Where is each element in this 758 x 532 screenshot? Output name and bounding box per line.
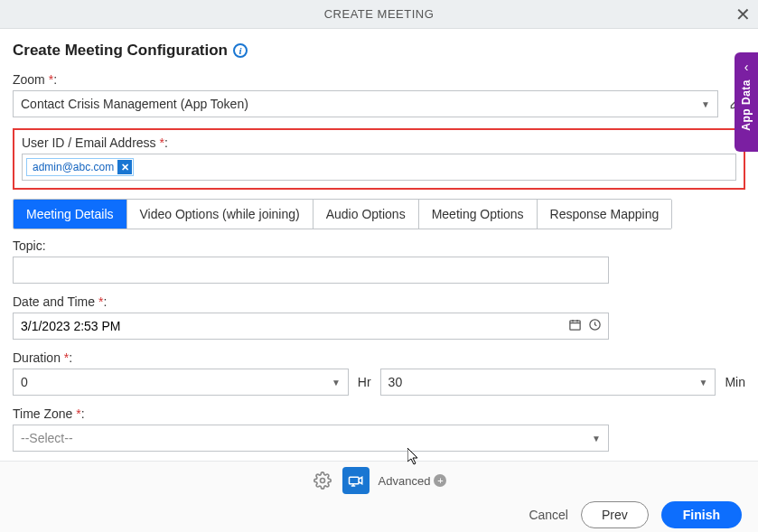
email-chip-text: admin@abc.com [33,161,114,173]
chevron-down-icon: ▼ [699,378,708,387]
zoom-label: Zoom *: [13,72,745,87]
remove-chip-button[interactable]: ✕ [117,160,132,174]
datetime-label: Date and Time *: [13,294,745,309]
clock-icon[interactable] [588,318,602,334]
zoom-field: Zoom *: Contact Crisis Management (App T… [13,72,745,117]
info-icon[interactable]: i [233,43,248,58]
user-email-input[interactable]: admin@abc.com ✕ [22,154,736,181]
modal-header: CREATE MEETING ✕ [0,0,758,29]
topic-field: Topic: [13,238,745,284]
plus-icon: + [434,474,446,487]
timezone-value: --Select-- [21,431,73,445]
footer: Advanced + Cancel Prev Finish [0,461,758,532]
tab-video-options[interactable]: Video Options (while joining) [127,200,313,229]
close-icon: ✕ [735,5,751,24]
close-button[interactable]: ✕ [735,5,751,23]
topic-input[interactable] [13,257,609,284]
modal-title: CREATE MEETING [324,7,435,21]
chevron-down-icon: ▼ [592,434,601,443]
duration-field: Duration *: 0 ▼ Hr 30 ▼ Min [13,350,745,396]
chevron-left-icon: ‹ [744,60,749,74]
section-title: Create Meeting Configuration i [13,42,745,60]
camera-icon [348,472,364,489]
app-data-label: App Data [740,79,753,131]
advanced-toggle[interactable]: Advanced + [379,474,447,488]
finish-button[interactable]: Finish [661,501,742,528]
timezone-select[interactable]: --Select-- ▼ [13,425,609,452]
minutes-unit: Min [725,375,745,389]
user-email-label: User ID / Email Address *: [22,135,736,150]
prev-button[interactable]: Prev [581,501,649,528]
hours-unit: Hr [358,375,371,389]
app-data-panel-toggle[interactable]: ‹ App Data [735,52,758,152]
zoom-select[interactable]: Contact Crisis Management (App Token) ▼ [13,90,718,117]
chevron-down-icon: ▼ [332,378,341,387]
email-chip: admin@abc.com ✕ [26,158,134,176]
cancel-button[interactable]: Cancel [529,508,568,522]
duration-minutes-value: 30 [388,375,403,389]
zoom-select-value: Contact Crisis Management (App Token) [21,97,248,111]
gear-icon [313,471,332,490]
svg-point-2 [320,479,324,483]
tab-meeting-details[interactable]: Meeting Details [14,200,127,229]
duration-label: Duration *: [13,350,745,365]
footer-toolbar: Advanced + [0,462,758,494]
duration-minutes-select[interactable]: 30 ▼ [380,369,716,396]
tab-bar: Meeting Details Video Options (while joi… [13,199,672,229]
settings-button[interactable] [312,470,333,491]
datetime-input[interactable] [13,313,609,340]
svg-rect-3 [349,477,359,484]
datetime-field: Date and Time *: [13,294,745,340]
chevron-down-icon: ▼ [701,99,710,109]
duration-hours-value: 0 [21,375,28,389]
content-area: Create Meeting Configuration i Zoom *: C… [0,29,758,461]
calendar-icon[interactable] [568,318,582,334]
timezone-label: Time Zone *: [13,406,745,421]
tab-response-mapping[interactable]: Response Mapping [538,200,672,229]
advanced-label: Advanced [379,474,431,488]
user-email-highlight: User ID / Email Address *: admin@abc.com… [13,128,745,190]
topic-label: Topic: [13,238,745,253]
svg-rect-0 [570,321,580,330]
tab-audio-options[interactable]: Audio Options [313,200,419,229]
timezone-field: Time Zone *: --Select-- ▼ [13,406,745,452]
camera-button[interactable] [342,467,370,494]
footer-actions: Cancel Prev Finish [0,494,758,528]
tab-meeting-options[interactable]: Meeting Options [419,200,538,229]
duration-hours-select[interactable]: 0 ▼ [13,369,349,396]
section-title-text: Create Meeting Configuration [13,42,228,60]
